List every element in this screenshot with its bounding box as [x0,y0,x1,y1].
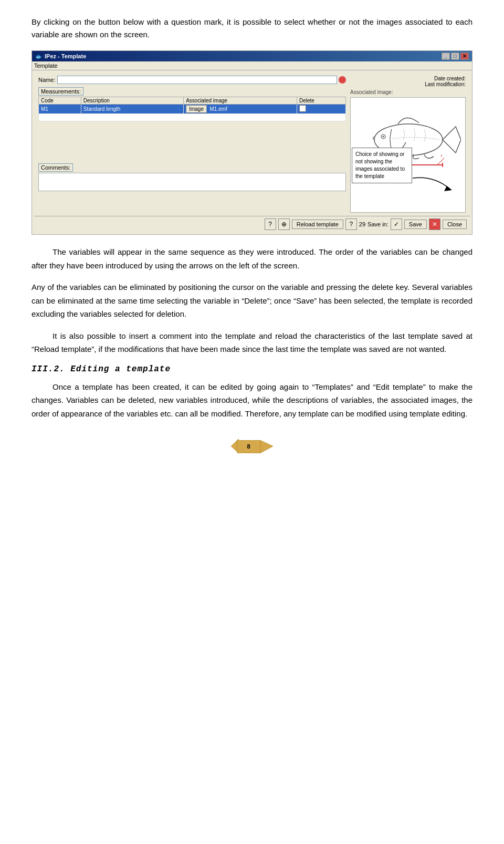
table-header-row: Code Description Associated image Delete [39,97,346,105]
reload-template-button[interactable]: Reload template [292,220,343,229]
arrow-decoration: 8 [231,436,273,457]
window-title: 🐟 IPez - Template [35,53,86,60]
cell-image: Image M1.emf [184,105,297,114]
col-code: Code [39,97,81,105]
name-input[interactable] [57,76,337,84]
intro-paragraph: By clicking on the button below with a q… [32,16,472,41]
add-button[interactable]: ⊕ [278,218,290,230]
callout-text: Choice of showing or not showing the ima… [355,151,405,179]
col-description: Description [81,97,183,105]
cell-code: M1 [39,105,81,114]
paragraph4: Once a template has been created, it can… [32,380,472,421]
question-mark-button[interactable]: ? [265,218,276,230]
name-label: Name: [38,77,55,83]
save-in-label: Save in: [368,221,388,227]
date-created-label: Date created: [350,76,466,81]
close-button-toolbar[interactable]: Close [443,220,467,229]
last-modification-label: Last modification: [350,81,466,87]
delete-checkbox[interactable] [299,105,306,112]
svg-text:l: l [441,153,442,158]
callout-box: Choice of showing or not showing the ima… [352,148,412,183]
svg-line-6 [437,158,444,165]
section-heading: III.2. Editing a template [32,364,472,374]
window-body: Name: Measurements: Code Description [32,70,472,234]
bottom-toolbar: ? ⊕ Reload template ? 29 Save in: ✓ Save… [34,216,470,232]
cell-delete [297,105,345,114]
close-button[interactable]: ✕ [460,53,469,60]
save-button[interactable]: Save [404,220,427,229]
minimize-button[interactable]: _ [442,53,450,60]
assoc-image-label: Associated image: [350,89,466,95]
callout-arrow [413,173,455,191]
right-panel: Date created: Last modification: Associa… [350,76,466,213]
paragraph2: Any of the variables can be eliminated b… [32,280,472,321]
page-number-shape: 8 [231,436,273,457]
paragraph1: The variables will appear in the same se… [32,245,472,272]
image-button[interactable]: Image [186,105,207,113]
comments-label: Comments: [38,163,73,172]
window-icon: 🐟 [35,53,43,60]
associated-image-area: l Choice of showing or not showing the i… [350,97,466,213]
measurements-label: Measurements: [38,87,83,96]
cell-description: Standard length [81,105,183,114]
name-field-row: Name: [38,76,346,84]
svg-point-2 [383,136,384,138]
table-row-empty [39,114,346,121]
maximize-button[interactable]: □ [451,53,459,60]
screenshot-window: 🐟 IPez - Template _ □ ✕ Template Name: [32,50,472,235]
date-info: Date created: Last modification: [350,76,466,87]
page-number-area: 8 [32,436,472,457]
measurements-section: Measurements: Code Description Associate… [38,86,346,121]
name-delete-icon[interactable] [339,76,346,84]
form-area: Name: Measurements: Code Description [34,72,470,216]
version-number: 29 [359,221,365,227]
window-titlebar: 🐟 IPez - Template _ □ ✕ [32,51,472,61]
menu-item-template[interactable]: Template [34,62,58,69]
window-controls[interactable]: _ □ ✕ [442,53,469,60]
check-button[interactable]: ✓ [391,218,402,230]
svg-marker-8 [444,186,452,191]
question2-button[interactable]: ? [345,218,357,230]
measurements-table: Code Description Associated image Delete… [38,97,346,121]
menu-bar: Template [32,61,472,70]
form-left: Name: Measurements: Code Description [38,76,346,213]
col-assoc-image: Associated image [184,97,297,105]
cancel-icon-button[interactable]: ✕ [429,218,440,230]
col-delete: Delete [297,97,345,105]
window-title-text: IPez - Template [45,53,86,59]
svg-text:8: 8 [247,443,250,450]
comments-area: Comments: [38,163,346,192]
paragraph3: It is also possible to insert a comment … [32,329,472,356]
comments-textarea[interactable] [38,173,346,191]
table-row[interactable]: M1 Standard length Image M1.emf [39,105,346,114]
svg-marker-11 [260,440,273,453]
